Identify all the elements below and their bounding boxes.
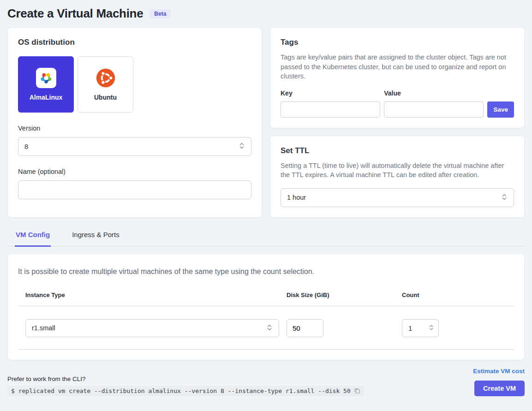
table-row: r1.small 1 bbox=[8, 319, 524, 337]
save-button[interactable]: Save bbox=[487, 101, 514, 118]
tags-form: Key Value Save bbox=[281, 89, 514, 118]
chevron-up-down-icon bbox=[239, 142, 245, 151]
os-tiles: AlmaLinux bbox=[18, 56, 251, 113]
instance-type-value: r1.small bbox=[32, 324, 55, 332]
tag-key-input[interactable] bbox=[281, 101, 380, 118]
footer: Prefer to work from the CLI? $ replicate… bbox=[7, 368, 525, 396]
ttl-heading: Set TTL bbox=[281, 146, 514, 155]
version-select[interactable]: 8 bbox=[18, 137, 251, 156]
os-tile-ubuntu[interactable]: Ubuntu bbox=[78, 56, 133, 113]
cli-prompt: Prefer to work from the CLI? bbox=[7, 375, 364, 382]
ubuntu-icon bbox=[96, 68, 116, 88]
column-count: Count bbox=[402, 292, 507, 298]
create-vm-button[interactable]: Create VM bbox=[474, 381, 525, 396]
cli-section: Prefer to work from the CLI? $ replicate… bbox=[7, 375, 364, 396]
disk-size-input[interactable] bbox=[287, 319, 323, 337]
tags-description: Tags are key/value pairs that are assign… bbox=[281, 53, 514, 81]
tags-card: Tags Tags are key/value pairs that are a… bbox=[270, 27, 525, 128]
tag-key-label: Key bbox=[281, 89, 380, 97]
os-distribution-card: OS distribution AlmaLinux bbox=[7, 27, 262, 218]
vm-config-info: It is possible to create multiple virtua… bbox=[8, 264, 524, 276]
vm-table-header: Instance Type Disk Size (GiB) Count bbox=[8, 292, 524, 298]
chevron-up-down-icon bbox=[429, 324, 434, 332]
tag-value-input[interactable] bbox=[384, 101, 484, 118]
chevron-up-down-icon bbox=[266, 324, 273, 333]
version-select-value: 8 bbox=[24, 143, 28, 150]
ttl-select-value: 1 hour bbox=[287, 194, 306, 201]
name-label: Name (optional) bbox=[18, 168, 251, 175]
tag-key-col: Key bbox=[281, 89, 380, 118]
os-tile-almalinux-label: AlmaLinux bbox=[30, 94, 63, 101]
ttl-description: Setting a TTL (time to live) will automa… bbox=[281, 161, 514, 180]
os-distribution-heading: OS distribution bbox=[18, 38, 251, 47]
almalinux-icon bbox=[36, 68, 56, 88]
tag-value-col: Value bbox=[384, 89, 484, 118]
page-title: Create a Virtual Machine bbox=[7, 6, 143, 21]
ttl-card: Set TTL Setting a TTL (time to live) wil… bbox=[270, 136, 525, 218]
tab-ingress-ports[interactable]: Ingress & Ports bbox=[71, 229, 120, 246]
copy-icon[interactable] bbox=[354, 387, 360, 394]
os-tile-ubuntu-label: Ubuntu bbox=[94, 94, 117, 101]
table-header-divider bbox=[18, 306, 514, 306]
beta-badge: Beta bbox=[149, 9, 171, 18]
cli-command-block: $ replicated vm create --distribution al… bbox=[7, 386, 364, 396]
page-header: Create a Virtual Machine Beta bbox=[7, 6, 525, 27]
tab-vm-config[interactable]: VM Config bbox=[15, 229, 51, 247]
os-tile-almalinux[interactable]: AlmaLinux bbox=[18, 56, 74, 113]
column-disk-size: Disk Size (GiB) bbox=[287, 292, 402, 298]
chevron-up-down-icon bbox=[501, 193, 508, 202]
estimate-vm-cost-link[interactable]: Estimate VM cost bbox=[473, 368, 525, 375]
tags-heading: Tags bbox=[281, 38, 514, 47]
top-grid: OS distribution AlmaLinux bbox=[7, 27, 525, 218]
column-instance-type: Instance Type bbox=[25, 292, 287, 298]
count-stepper[interactable]: 1 bbox=[402, 319, 439, 337]
tabs: VM Config Ingress & Ports bbox=[7, 229, 525, 246]
cli-command: $ replicated vm create --distribution al… bbox=[11, 387, 351, 394]
instance-type-select[interactable]: r1.small bbox=[25, 319, 279, 337]
ttl-select[interactable]: 1 hour bbox=[281, 188, 514, 207]
footer-actions: Estimate VM cost Create VM bbox=[473, 368, 525, 396]
table-row-divider bbox=[18, 349, 514, 350]
tag-value-label: Value bbox=[384, 89, 484, 97]
count-value: 1 bbox=[408, 324, 412, 332]
version-label: Version bbox=[18, 125, 251, 132]
vm-config-card: It is possible to create multiple virtua… bbox=[7, 253, 525, 360]
right-column: Tags Tags are key/value pairs that are a… bbox=[270, 27, 525, 218]
name-input[interactable] bbox=[18, 180, 251, 199]
